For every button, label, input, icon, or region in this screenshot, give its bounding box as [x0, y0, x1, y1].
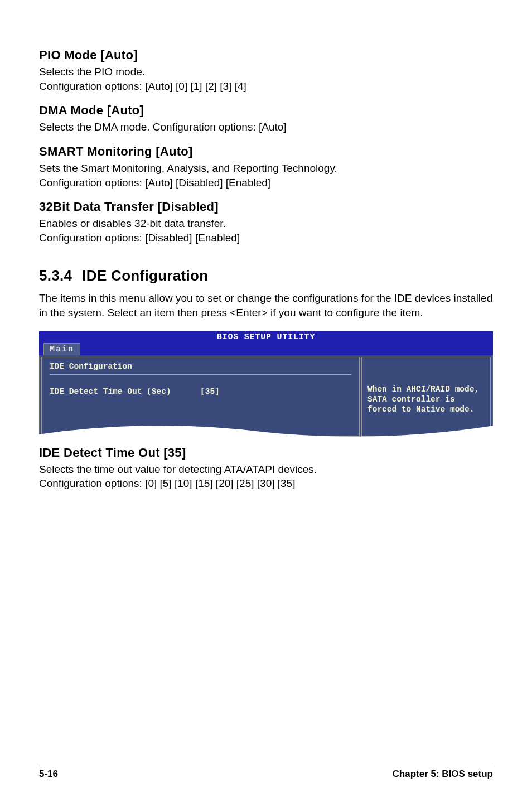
bios-tab-row: Main	[39, 343, 493, 355]
ide-detect-body: Selects the time out value for detecting…	[39, 462, 493, 491]
section-intro: The items in this menu allow you to set …	[39, 291, 493, 320]
bios-title-bar: BIOS SETUP UTILITY	[39, 331, 493, 343]
page-footer: 5-16 Chapter 5: BIOS setup	[39, 764, 493, 780]
bios-help-panel: When in AHCI/RAID mode, SATA controller …	[361, 357, 491, 437]
section-title: IDE Configuration	[82, 267, 208, 284]
ide-detect-heading: IDE Detect Time Out [35]	[39, 446, 493, 460]
data-transfer-heading: 32Bit Data Transfer [Disabled]	[39, 200, 493, 214]
smart-monitoring-heading: SMART Monitoring [Auto]	[39, 144, 493, 159]
bios-body: IDE Configuration IDE Detect Time Out (S…	[39, 355, 493, 439]
page-number: 5-16	[39, 769, 58, 780]
dma-mode-heading: DMA Mode [Auto]	[39, 103, 493, 118]
data-transfer-body: Enables or disables 32-bit data transfer…	[39, 216, 493, 245]
pio-mode-body: Selects the PIO mode.Configuration optio…	[39, 65, 493, 93]
bios-panel-title: IDE Configuration	[50, 362, 351, 375]
pio-mode-heading: PIO Mode [Auto]	[39, 48, 493, 62]
section-number: 5.3.4	[39, 267, 72, 284]
smart-monitoring-body: Sets the Smart Monitoring, Analysis, and…	[39, 161, 493, 190]
bios-left-panel: IDE Configuration IDE Detect Time Out (S…	[41, 357, 360, 437]
bios-screenshot: BIOS SETUP UTILITY Main IDE Configuratio…	[39, 331, 493, 439]
bios-setting-value: [35]	[200, 387, 220, 396]
chapter-label: Chapter 5: BIOS setup	[393, 769, 493, 780]
bios-tab-main: Main	[43, 343, 80, 355]
bios-help-text: When in AHCI/RAID mode, SATA controller …	[367, 384, 485, 414]
bios-setting-label: IDE Detect Time Out (Sec)	[50, 387, 200, 396]
dma-mode-body: Selects the DMA mode. Configuration opti…	[39, 120, 493, 134]
bios-setting-row: IDE Detect Time Out (Sec) [35]	[50, 387, 351, 396]
section-heading: 5.3.4IDE Configuration	[39, 267, 493, 284]
